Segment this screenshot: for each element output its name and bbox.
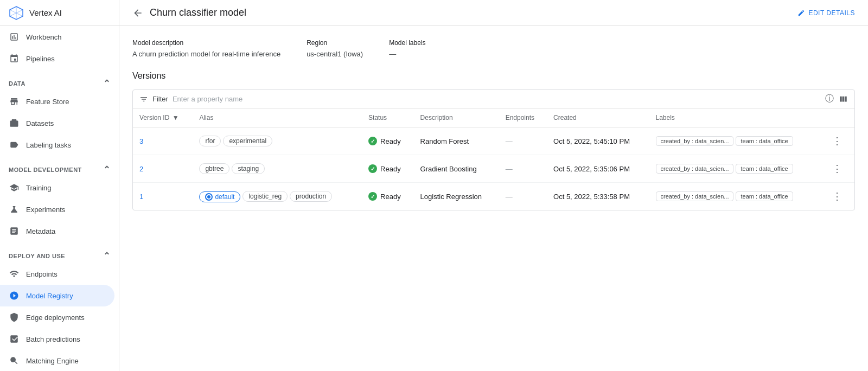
table-row: 1defaultlogistic_regproductionReadyLogis… [133, 183, 854, 210]
sidebar-item-experiments[interactable]: Experiments [0, 199, 114, 220]
cell-labels: created_by : data_scien...team : data_of… [649, 183, 824, 210]
cell-version-id[interactable]: 2 [133, 155, 193, 183]
alias-tag: experimental [223, 136, 272, 146]
region-label: Region [307, 39, 363, 47]
vertex-ai-logo [9, 5, 24, 21]
app-name: Vertex AI [29, 8, 62, 17]
chevron-deploy[interactable]: ⌃ [103, 251, 111, 261]
status-check-icon [368, 192, 377, 201]
labeling-tasks-icon [9, 139, 20, 150]
cell-status: Ready [362, 155, 414, 183]
model-meta: Model description A churn prediction mod… [132, 39, 855, 58]
endpoints-icon [9, 268, 20, 279]
section-deploy-use: DEPLOY AND USE ⌃ [0, 242, 119, 263]
app-logo: Vertex AI [0, 0, 119, 26]
chevron-data[interactable]: ⌃ [103, 78, 111, 88]
status-text: Ready [380, 193, 401, 201]
filter-icon [139, 95, 148, 104]
row-more-button[interactable]: ⋮ [830, 188, 844, 204]
alias-tag: production [290, 191, 332, 202]
status-check-icon [368, 164, 377, 173]
training-icon [9, 182, 20, 193]
sidebar-item-metadata[interactable]: Metadata [0, 220, 114, 242]
status-text: Ready [380, 137, 401, 145]
col-labels: Labels [649, 108, 824, 127]
sidebar-item-training[interactable]: Training [0, 177, 114, 199]
status-text: Ready [380, 165, 401, 173]
cell-status: Ready [362, 183, 414, 210]
cell-created: Oct 5, 2022, 5:33:58 PM [547, 183, 649, 210]
region-value: us-central1 (Iowa) [307, 50, 363, 58]
cell-version-id[interactable]: 3 [133, 127, 193, 155]
sidebar-label-pipelines: Pipelines [26, 55, 55, 63]
table-row: 3rforexperimentalReadyRandom Forest—Oct … [133, 127, 854, 155]
columns-icon[interactable] [838, 94, 848, 104]
alias-tag: default [199, 191, 240, 202]
edit-details-label: EDIT DETAILS [808, 9, 855, 17]
version-id-link[interactable]: 2 [139, 165, 143, 173]
sort-icon: ▼ [173, 114, 179, 121]
cell-description: Random Forest [414, 127, 499, 155]
description-block: Model description A churn prediction mod… [132, 39, 280, 58]
help-icon[interactable]: ⓘ [825, 93, 834, 105]
edge-deployments-icon [9, 312, 20, 323]
versions-title: Versions [132, 71, 855, 81]
sidebar-item-endpoints[interactable]: Endpoints [0, 263, 114, 285]
version-id-link[interactable]: 1 [139, 193, 143, 201]
cell-actions[interactable]: ⋮ [824, 155, 854, 183]
row-more-button[interactable]: ⋮ [830, 161, 844, 177]
row-more-button[interactable]: ⋮ [830, 133, 844, 149]
col-actions [824, 108, 854, 127]
col-created: Created [547, 108, 649, 127]
model-registry-icon [9, 290, 20, 301]
datasets-icon [9, 118, 20, 129]
sidebar-item-feature-store[interactable]: Feature Store [0, 91, 114, 112]
cell-description: Logistic Regression [414, 183, 499, 210]
cell-created: Oct 5, 2022, 5:45:10 PM [547, 127, 649, 155]
label-chip: team : data_office [736, 164, 793, 174]
back-button[interactable] [132, 8, 143, 18]
cell-alias: defaultlogistic_regproduction [193, 183, 362, 210]
version-id-link[interactable]: 3 [139, 137, 143, 145]
sidebar-label-datasets: Datasets [26, 119, 54, 127]
cell-endpoints: — [499, 155, 547, 183]
sidebar-item-batch-predictions[interactable]: Batch predictions [0, 328, 114, 350]
cell-alias: rforexperimental [193, 127, 362, 155]
filter-actions: ⓘ [825, 93, 848, 105]
sidebar-item-matching-engine[interactable]: Matching Engine [0, 350, 114, 371]
sidebar-label-metadata: Metadata [26, 227, 55, 235]
workbench-icon [9, 31, 20, 42]
model-labels-value: — [389, 50, 425, 58]
sidebar-item-labeling-tasks[interactable]: Labeling tasks [0, 134, 114, 156]
cell-actions[interactable]: ⋮ [824, 127, 854, 155]
cell-status: Ready [362, 127, 414, 155]
feature-store-icon [9, 96, 20, 107]
cell-labels: created_by : data_scien...team : data_of… [649, 127, 824, 155]
alias-tag: gbtree [199, 163, 229, 174]
filter-input[interactable] [173, 95, 821, 103]
cell-alias: gbtreestaging [193, 155, 362, 183]
sidebar-label-training: Training [26, 184, 51, 192]
sidebar-item-pipelines[interactable]: Pipelines [0, 48, 114, 69]
cell-version-id[interactable]: 1 [133, 183, 193, 210]
cell-description: Gradient Boosting [414, 155, 499, 183]
sidebar: Vertex AI Workbench Pipelines DATA ⌃ Fea… [0, 0, 119, 371]
col-version-id[interactable]: Version ID ▼ [133, 108, 193, 127]
sidebar-item-datasets[interactable]: Datasets [0, 112, 114, 134]
sidebar-label-model-registry: Model Registry [26, 292, 73, 300]
versions-table: Version ID ▼ Alias Status Description En… [133, 108, 854, 210]
page-title: Churn classifier model [150, 7, 791, 18]
chevron-model-dev[interactable]: ⌃ [103, 164, 111, 175]
filter-bar: Filter ⓘ [133, 90, 854, 108]
default-icon [205, 193, 213, 201]
cell-endpoints: — [499, 183, 547, 210]
sidebar-item-edge-deployments[interactable]: Edge deployments [0, 306, 114, 328]
edit-details-button[interactable]: EDIT DETAILS [797, 9, 855, 17]
alias-tag: logistic_reg [242, 191, 288, 202]
sidebar-item-model-registry[interactable]: Model Registry [0, 285, 114, 306]
cell-actions[interactable]: ⋮ [824, 183, 854, 210]
col-alias: Alias [193, 108, 362, 127]
label-chip: team : data_office [736, 136, 793, 146]
sidebar-item-workbench[interactable]: Workbench [0, 26, 114, 48]
col-endpoints: Endpoints [499, 108, 547, 127]
